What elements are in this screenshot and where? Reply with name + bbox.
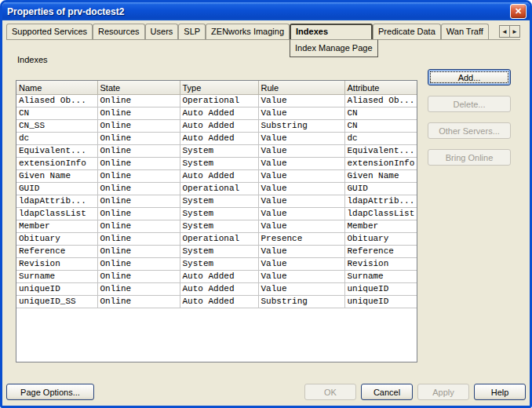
column-header-state[interactable]: State xyxy=(97,81,180,94)
tab-resources[interactable]: Resources xyxy=(93,24,145,39)
table-row[interactable]: RevisionOnlineSystemValueRevision xyxy=(16,257,417,270)
apply-button: Apply xyxy=(417,384,469,400)
cell-name: CN xyxy=(16,107,97,119)
cell-rule: Value xyxy=(258,157,344,169)
cell-name: Revision xyxy=(16,257,97,270)
cell-state: Online xyxy=(97,282,180,295)
column-header-attribute[interactable]: Attribute xyxy=(344,81,417,94)
indexes-table-frame: NameStateTypeRuleAttribute Aliased Ob...… xyxy=(16,80,417,362)
tab-slp[interactable]: SLP xyxy=(178,24,206,39)
delete-button: Delete... xyxy=(428,96,511,112)
cell-type: Auto Added xyxy=(180,295,258,308)
cell-attribute: CN xyxy=(344,119,417,132)
cell-rule: Value xyxy=(258,94,344,107)
tab-label: Supported Services xyxy=(12,27,87,36)
cell-type: System xyxy=(180,157,258,169)
table-row[interactable]: uniqueIDOnlineAuto AddedValueuniqueID xyxy=(16,282,417,295)
column-header-rule[interactable]: Rule xyxy=(258,81,344,94)
table-row[interactable]: CN_SSOnlineAuto AddedSubstringCN xyxy=(16,119,417,132)
tab-zenworks-imaging[interactable]: ZENworks Imaging xyxy=(206,24,290,39)
tab-scroll-left-button[interactable]: ◄ xyxy=(499,25,510,38)
cell-name: GUID xyxy=(16,182,97,195)
cell-attribute: extensionInfo xyxy=(344,157,417,169)
window-title: Properties of prv-doctest2 xyxy=(7,6,124,17)
cell-state: Online xyxy=(97,119,180,132)
table-row[interactable]: uniqueID_SSOnlineAuto AddedSubstringuniq… xyxy=(16,295,417,308)
cell-rule: Value xyxy=(258,282,344,295)
cell-name: Obituary xyxy=(16,232,97,245)
cell-name: Reference xyxy=(16,245,97,257)
cell-attribute: Member xyxy=(344,220,417,232)
cell-type: System xyxy=(180,245,258,257)
cell-state: Online xyxy=(97,107,180,119)
cell-attribute: Given Name xyxy=(344,169,417,182)
tab-label: SLP xyxy=(184,27,200,36)
cancel-button[interactable]: Cancel xyxy=(361,384,413,400)
table-row[interactable]: ldapClassListOnlineSystemValueldapClassL… xyxy=(16,207,417,220)
cell-rule: Presence xyxy=(258,232,344,245)
cell-attribute: Revision xyxy=(344,257,417,270)
column-header-type[interactable]: Type xyxy=(180,81,258,94)
table-row[interactable]: Given NameOnlineAuto AddedValueGiven Nam… xyxy=(16,169,417,182)
table-row[interactable]: Equivalent...OnlineSystemValueEquivalent… xyxy=(16,144,417,157)
table-row[interactable]: GUIDOnlineOperationalValueGUID xyxy=(16,182,417,195)
bring-online-button: Bring Online xyxy=(428,149,511,166)
tab-indexes[interactable]: IndexesIndex Manage Page xyxy=(290,24,373,39)
cell-attribute: ldapAttrib... xyxy=(344,195,417,207)
table-row[interactable]: ReferenceOnlineSystemValueReference xyxy=(16,245,417,257)
cell-state: Online xyxy=(97,144,180,157)
tab-users[interactable]: Users xyxy=(145,24,179,39)
cell-type: Operational xyxy=(180,94,258,107)
table-row[interactable]: Aliased Ob...OnlineOperationalValueAlias… xyxy=(16,94,417,107)
cell-attribute: GUID xyxy=(344,182,417,195)
tab-strip: Supported ServicesResourcesUsersSLPZENwo… xyxy=(6,24,520,40)
cell-name: dc xyxy=(16,132,97,144)
table-row[interactable]: dcOnlineAuto AddedValuedc xyxy=(16,132,417,144)
properties-dialog: Properties of prv-doctest2 ✕ Supported S… xyxy=(0,0,532,408)
add-button[interactable]: Add... xyxy=(428,69,511,86)
cell-attribute: uniqueID xyxy=(344,295,417,308)
cell-rule: Value xyxy=(258,245,344,257)
cell-attribute: uniqueID xyxy=(344,282,417,295)
tab-supported-services[interactable]: Supported Services xyxy=(6,24,93,39)
arrow-left-icon: ◄ xyxy=(501,28,508,35)
cell-attribute: Equivalent... xyxy=(344,144,417,157)
page-options-button[interactable]: Page Options... xyxy=(6,384,94,400)
cell-rule: Substring xyxy=(258,119,344,132)
table-row[interactable]: SurnameOnlineAuto AddedValueSurname xyxy=(16,270,417,282)
cell-state: Online xyxy=(97,245,180,257)
tab-scroll-right-button[interactable]: ► xyxy=(509,25,520,38)
tab-label: Users xyxy=(151,27,173,36)
cell-state: Online xyxy=(97,169,180,182)
cell-rule: Value xyxy=(258,207,344,220)
cell-name: Member xyxy=(16,220,97,232)
cell-name: Given Name xyxy=(16,169,97,182)
table-row[interactable]: ObituaryOnlineOperationalPresenceObituar… xyxy=(16,232,417,245)
table-row[interactable]: extensionInfoOnlineSystemValueextensionI… xyxy=(16,157,417,169)
table-row[interactable]: MemberOnlineSystemValueMember xyxy=(16,220,417,232)
tab-page-menu-item[interactable]: Index Manage Page xyxy=(290,39,377,57)
titlebar[interactable]: Properties of prv-doctest2 ✕ xyxy=(2,2,530,20)
close-icon: ✕ xyxy=(515,6,522,16)
cell-name: extensionInfo xyxy=(16,157,97,169)
tab-predicate-data[interactable]: Predicate Data xyxy=(373,24,441,39)
close-button[interactable]: ✕ xyxy=(510,4,527,19)
help-button[interactable]: Help xyxy=(474,384,526,400)
tab-wan-traff[interactable]: Wan Traff xyxy=(441,24,489,39)
cell-state: Online xyxy=(97,182,180,195)
table-row[interactable]: ldapAttrib...OnlineSystemValueldapAttrib… xyxy=(16,195,417,207)
cell-rule: Value xyxy=(258,144,344,157)
cell-name: CN_SS xyxy=(16,119,97,132)
cell-type: Auto Added xyxy=(180,132,258,144)
cell-type: Auto Added xyxy=(180,270,258,282)
column-header-name[interactable]: Name xyxy=(16,81,97,94)
cell-rule: Value xyxy=(258,107,344,119)
cell-attribute: Surname xyxy=(344,270,417,282)
indexes-table: NameStateTypeRuleAttribute Aliased Ob...… xyxy=(16,81,417,308)
cell-attribute: Reference xyxy=(344,245,417,257)
arrow-right-icon: ► xyxy=(512,28,518,35)
table-row[interactable]: CNOnlineAuto AddedValueCN xyxy=(16,107,417,119)
cell-type: System xyxy=(180,220,258,232)
cell-attribute: Aliased Ob... xyxy=(344,94,417,107)
cell-state: Online xyxy=(97,295,180,308)
